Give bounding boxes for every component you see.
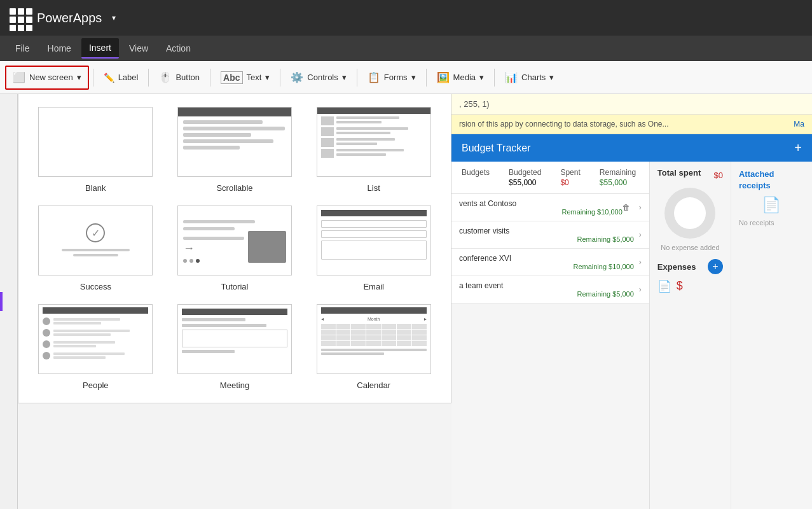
expenses-section: Expenses + [657, 259, 723, 274]
receipts-label: Attached receipts [739, 169, 774, 190]
budget-add-icon[interactable]: + [794, 141, 802, 155]
label-button[interactable]: ✏️ Label [97, 66, 145, 90]
media-chevron: ▾ [479, 73, 484, 82]
screen-thumb-success: ✓ [38, 206, 153, 275]
dollar-icon: $ [677, 279, 683, 293]
receipts-section: Attached receipts 📄 No receipts [731, 162, 812, 509]
charts-button[interactable]: 📊 Charts ▾ [499, 66, 560, 90]
screen-label-scrollable: Scrollable [216, 183, 252, 193]
charts-chevron: ▾ [549, 73, 554, 82]
spent-value: $0 [560, 178, 580, 187]
toolbar: ⬜ New screen ▾ ✏️ Label 🖱️ Button Abc Te… [0, 61, 812, 94]
controls-button[interactable]: ⚙️ Controls ▾ [284, 66, 352, 90]
menu-file[interactable]: File [8, 38, 38, 59]
budget-app: Budget Tracker + Budgets Budgeted $55,00… [451, 134, 812, 509]
waffle-menu[interactable] [8, 6, 31, 29]
info-text: rsion of this app by connecting to data … [459, 120, 669, 129]
text-button[interactable]: Abc Text ▾ [214, 66, 276, 90]
main-area: Blank Scrollable [0, 94, 812, 509]
menu-action[interactable]: Action [158, 38, 198, 59]
text-btn-text: Text [247, 73, 262, 82]
screen-thumb-scrollable [177, 107, 292, 177]
new-screen-dropdown: Blank Scrollable [18, 94, 451, 403]
info-banner: rsion of this app by connecting to data … [451, 115, 812, 134]
charts-btn-text: Charts [521, 73, 546, 82]
new-screen-button[interactable]: ⬜ New screen ▾ [5, 66, 89, 90]
table-row[interactable]: vents at Contoso Remaining $10,000 🗑 › [451, 194, 649, 221]
toolbar-separator-5 [357, 69, 357, 87]
toolbar-separator-6 [426, 69, 427, 87]
screen-options-grid: Blank Scrollable [31, 107, 438, 390]
screen-option-scrollable[interactable]: Scrollable [170, 107, 299, 193]
budgets-label: Budgets [462, 168, 490, 177]
add-expense-button[interactable]: + [708, 259, 723, 274]
arrow-icon-2: › [639, 258, 642, 267]
toolbar-separator-4 [280, 69, 280, 87]
total-spent-section: Total spent $0 No expense added Expenses… [650, 162, 731, 509]
media-btn-text: Media [453, 73, 476, 82]
menu-insert[interactable]: Insert [81, 38, 119, 59]
screen-option-tutorial[interactable]: → Tutorial [170, 206, 299, 291]
forms-button[interactable]: 📋 Forms ▾ [361, 66, 422, 90]
label-icon: ✏️ [104, 73, 114, 83]
table-row[interactable]: customer visits Remaining $5,000 › [451, 221, 649, 249]
remaining-label: Remaining [600, 168, 636, 177]
toolbar-separator-2 [148, 69, 149, 87]
budget-header: Budget Tracker + [451, 134, 812, 162]
no-expense-text: No expense added [657, 244, 723, 251]
cal-prev-icon: ◂ [321, 316, 324, 322]
menu-view[interactable]: View [121, 38, 156, 59]
cal-next-icon: ▸ [424, 316, 427, 322]
info-action[interactable]: Ma [794, 120, 804, 129]
menu-bar: File Home Insert View Action [0, 36, 812, 61]
button-button[interactable]: 🖱️ Button [153, 66, 206, 90]
item-name-0: vents at Contoso [459, 199, 623, 208]
text-chevron: ▾ [265, 73, 270, 82]
table-row[interactable]: conference XVI Remaining $10,000 › [451, 249, 649, 276]
forms-btn-text: Forms [384, 73, 408, 82]
screen-option-list[interactable]: List [309, 107, 438, 193]
text-icon: Abc [221, 71, 242, 84]
charts-icon: 📊 [505, 71, 518, 83]
app-preview: , 255, 1) rsion of this app by connectin… [451, 94, 812, 509]
no-receipts-text: No receipts [739, 219, 804, 227]
receipt-doc-icon: 📄 [762, 196, 781, 214]
app-title-chevron[interactable]: ▾ [112, 13, 116, 22]
item-remaining-2: Remaining $10,000 [459, 263, 634, 270]
arrow-icon-0: › [639, 203, 642, 212]
screen-thumb-tutorial: → [177, 206, 292, 275]
screen-option-success[interactable]: ✓ Success [31, 206, 160, 291]
screen-option-meeting[interactable]: Meeting [170, 304, 299, 390]
delete-icon-0[interactable]: 🗑 [623, 203, 630, 212]
media-button[interactable]: 🖼️ Media ▾ [430, 66, 490, 90]
screen-label-blank: Blank [85, 183, 106, 193]
total-spent-value: $0 [713, 171, 722, 180]
budget-summary: Budgets Budgeted $55,000 Spent $0 Remain… [451, 162, 649, 194]
screen-option-people[interactable]: People [31, 304, 160, 390]
button-icon: 🖱️ [159, 71, 172, 83]
screen-label-people: People [83, 380, 108, 390]
screen-label-success: Success [80, 282, 111, 291]
budget-title: Budget Tracker [462, 143, 531, 154]
screen-option-blank[interactable]: Blank [31, 107, 160, 193]
screen-option-calendar[interactable]: ◂ Month ▸ Calendar [309, 304, 438, 390]
menu-home[interactable]: Home [40, 38, 79, 59]
button-btn-text: Button [175, 73, 200, 82]
formula-rgb: , 255, 1) [459, 99, 490, 109]
screen-thumb-list [317, 107, 431, 177]
remaining-value: $55,000 [600, 178, 636, 187]
screen-option-email[interactable]: Email [309, 206, 438, 291]
screen-label-meeting: Meeting [220, 380, 249, 390]
expenses-label: Expenses [657, 262, 696, 272]
spent-label: Spent [560, 168, 580, 177]
screen-thumb-people [38, 304, 153, 374]
total-spent-label: Total spent [657, 168, 701, 178]
item-name-1: customer visits [459, 227, 634, 235]
new-screen-label: New screen [29, 73, 73, 82]
budgeted-item: Budgeted $55,000 [509, 168, 541, 187]
item-remaining-3: Remaining $5,000 [459, 290, 634, 298]
table-row[interactable]: a team event Remaining $5,000 › [451, 276, 649, 303]
controls-btn-text: Controls [307, 73, 338, 82]
sidebar-mark [0, 292, 3, 311]
screen-thumb-calendar: ◂ Month ▸ [317, 304, 431, 374]
